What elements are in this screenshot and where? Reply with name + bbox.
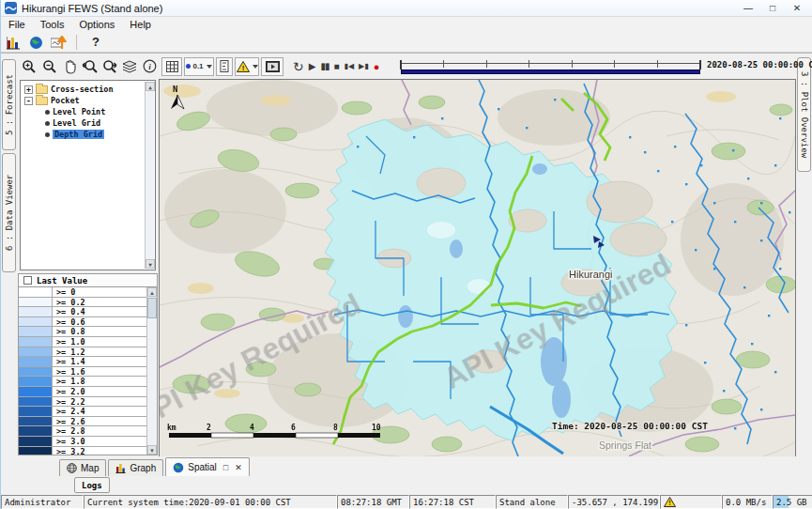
close-button[interactable]: ✕ [785, 3, 809, 13]
legend-row: >= 2.2 [19, 397, 157, 408]
legend-row: >= 3.2 [19, 447, 157, 456]
legend-label: >= 1.8 [53, 377, 157, 386]
tree-node-label[interactable]: Level Grid [53, 118, 100, 128]
last-value-checkbox[interactable] [23, 276, 32, 285]
layers-icon[interactable] [121, 57, 138, 75]
tab-close-icon[interactable]: ✕ [235, 463, 242, 472]
legend-row: >= 1.4 [19, 357, 157, 367]
warning-icon[interactable]: ! [664, 497, 676, 507]
expander-icon[interactable]: + [24, 85, 33, 94]
pan-hand-icon[interactable] [61, 57, 78, 75]
pause-button[interactable]: ▮▮ [320, 57, 329, 76]
legend-title: Last Value [37, 276, 87, 285]
color-swatch [19, 307, 53, 316]
skip-to-start-button[interactable]: ▮◀ [345, 57, 355, 76]
tree-node-label[interactable]: Cross-section [51, 85, 114, 94]
title-bar: Hikurangi FEWS (Stand alone) — □ ✕ [1, 0, 812, 17]
database-chart-icon[interactable] [5, 35, 22, 50]
tree-node-depth-grid-selected[interactable]: Depth Grid [21, 129, 155, 140]
zoom-in-icon[interactable] [21, 57, 38, 75]
legend-row: >= 2.4 [19, 407, 157, 417]
legend-label: >= 1.6 [53, 367, 157, 377]
import-timeseries-icon[interactable] [50, 35, 67, 50]
legend-label: >= 2.2 [53, 397, 157, 407]
tree-node-level-point[interactable]: Level Point [21, 106, 155, 117]
longitudinal-profile-icon[interactable] [216, 57, 233, 76]
menu-help[interactable]: Help [122, 19, 159, 30]
legend-row: >= 1.8 [19, 377, 157, 387]
status-warning-cell: ! [660, 495, 722, 509]
legend-panel: Last Value >= 0 >= 0.2 >= 0.4 >= 0.6 >= … [18, 273, 158, 457]
zoom-out-icon[interactable] [40, 57, 57, 75]
scroll-up-icon[interactable]: ▲ [147, 287, 157, 297]
play-button[interactable]: ▶ [309, 57, 316, 76]
menu-file[interactable]: File [1, 19, 33, 30]
tree-node-cross-section[interactable]: + Cross-section [21, 84, 155, 95]
legend-scrollbar[interactable]: ▲ ▼ [146, 287, 157, 455]
content-area: 5 : Forecast 6 : Data Viewer 3 : Plot Ov… [1, 53, 812, 456]
scrollbar-thumb[interactable] [147, 298, 157, 318]
time-slider[interactable] [400, 57, 701, 75]
sidebar-tab-data-viewer[interactable]: 6 : Data Viewer [2, 153, 16, 272]
tree-node-label[interactable]: Depth Grid [53, 130, 104, 139]
label-threshold-dropdown[interactable]: 0.1 [184, 57, 214, 76]
maximize-button[interactable]: □ [760, 3, 785, 13]
svg-text:10: 10 [372, 424, 381, 432]
legend-table: >= 0 >= 0.2 >= 0.4 >= 0.6 >= 0.8 >= 1.0 … [18, 287, 158, 455]
scroll-down-icon[interactable]: ▼ [146, 259, 155, 269]
tree-node-label[interactable]: Pocket [51, 96, 80, 105]
legend-label: >= 1.2 [53, 347, 157, 357]
scroll-down-icon[interactable]: ▼ [147, 445, 157, 455]
movie-export-icon[interactable] [261, 57, 283, 76]
tab-spatial-active[interactable]: Spatial □ ✕ [165, 457, 250, 476]
sidebar-tab-forecast[interactable]: 5 : Forecast [2, 59, 16, 150]
display-tabs: Map Graph Spatial □ ✕ [1, 456, 812, 476]
color-swatch [19, 327, 53, 336]
tab-map[interactable]: Map [59, 459, 106, 476]
record-button[interactable]: ● [374, 57, 380, 76]
timeline-current-time: 2020-08-25 00:00:00 CST [707, 60, 812, 69]
tree-scrollbar[interactable]: ▲ ▼ [145, 82, 154, 269]
legend-label: >= 3.2 [53, 447, 157, 456]
zoom-previous-icon[interactable] [81, 57, 98, 75]
folder-icon [36, 85, 48, 94]
color-swatch [19, 347, 53, 357]
skip-to-end-button[interactable]: ▶▮ [359, 57, 369, 76]
globe-icon[interactable] [27, 35, 44, 50]
color-swatch [19, 298, 53, 307]
window-title: Hikurangi FEWS (Stand alone) [22, 3, 162, 14]
sidebar-tab-plot-overview[interactable]: 3 : Plot Overview [797, 57, 811, 172]
color-swatch [19, 437, 53, 446]
color-swatch [19, 426, 53, 436]
tab-label: Graph [130, 463, 156, 473]
help-button[interactable]: ? [86, 35, 105, 49]
menu-tools[interactable]: Tools [33, 19, 72, 30]
tree-node-level-grid[interactable]: Level Grid [21, 117, 155, 129]
thresholds-warning-dropdown[interactable]: ! [235, 57, 259, 76]
folder-icon [36, 97, 48, 105]
collapse-icon[interactable]: - [24, 97, 33, 105]
info-icon[interactable]: i [142, 57, 159, 75]
legend-label: >= 1.4 [53, 357, 157, 366]
color-swatch [19, 357, 53, 366]
tab-graph[interactable]: Graph [108, 459, 163, 476]
tree-node-pocket[interactable]: - Pocket [21, 95, 155, 106]
logs-button[interactable]: Logs [74, 477, 110, 493]
tree-node-label[interactable]: Level Point [53, 107, 105, 116]
zoom-next-icon[interactable] [101, 57, 118, 75]
animation-loop-icon[interactable]: ↻ [293, 57, 304, 76]
menu-bar: File Tools Options Help [1, 17, 812, 32]
legend-row: >= 1.6 [19, 367, 157, 378]
scroll-up-icon[interactable]: ▲ [146, 82, 155, 91]
tab-maximize-icon[interactable]: □ [223, 463, 228, 472]
svg-text:!: ! [241, 64, 244, 72]
stop-button[interactable]: ■ [333, 57, 339, 76]
grid-classbreaks-icon[interactable] [161, 57, 182, 76]
map-canvas[interactable]: API Key Required API Key Required N Hiku… [159, 79, 796, 457]
legend-row: >= 2.8 [19, 426, 157, 437]
menu-options[interactable]: Options [71, 19, 122, 30]
svg-text:2: 2 [207, 424, 211, 432]
minimize-button[interactable]: — [736, 3, 760, 13]
legend-label: >= 1.0 [53, 337, 157, 347]
slider-ticks [400, 60, 701, 68]
